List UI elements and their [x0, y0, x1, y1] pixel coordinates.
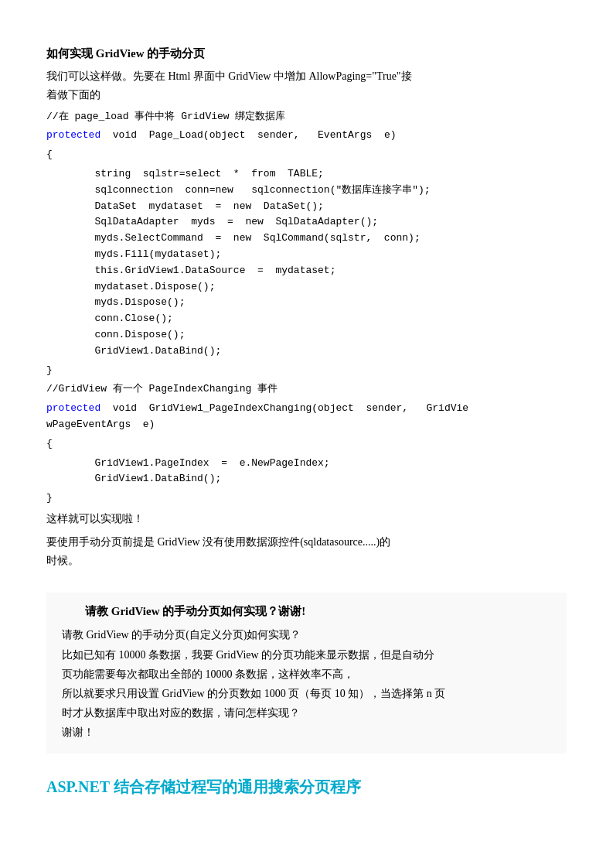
section1-outro1: 这样就可以实现啦！ [46, 510, 567, 528]
func1-signature: protected void Page_Load(object sender, … [46, 128, 567, 144]
brace-open1: { [46, 147, 567, 163]
keyword-protected: protected [46, 129, 100, 141]
asp-net-title: ASP.NET 结合存储过程写的通用搜索分页程序 [46, 777, 567, 798]
section-question: 请教 GridView 的手动分页如何实现？谢谢! 请教 GridView 的手… [46, 593, 567, 754]
func2-signature: protected void GridView1_PageIndexChangi… [46, 401, 567, 433]
code-block-2: GridView1.PageIndex = e.NewPageIndex; Gr… [46, 456, 567, 488]
section1-comment1: //在 page_load 事件中将 GridView 绑定数据库 [46, 109, 567, 125]
brace-close2: } [46, 490, 567, 507]
brace-close1: } [46, 363, 567, 379]
section-asp-title-section: ASP.NET 结合存储过程写的通用搜索分页程序 [46, 777, 567, 798]
section-gridview-manual-paging: 如何实现 GridView 的手动分页 我们可以这样做。先要在 Html 界面中… [46, 46, 567, 569]
brace-open2: { [46, 436, 567, 453]
section1-intro: 我们可以这样做。先要在 Html 界面中 GridView 中增加 AllowP… [46, 67, 567, 104]
section2-title: 请教 GridView 的手动分页如何实现？谢谢! [62, 604, 551, 619]
section1-title: 如何实现 GridView 的手动分页 [46, 46, 567, 61]
section2-body: 请教 GridView 的手动分页(自定义分页)如何实现？ 比如已知有 1000… [62, 625, 551, 742]
section1-comment2: //GridView 有一个 PageIndexChanging 事件 [46, 381, 567, 398]
section1-outro2: 要使用手动分页前提是 GridView 没有使用数据源控件(sqldatasou… [46, 533, 567, 570]
keyword-protected2: protected [46, 402, 100, 414]
code-block-1: string sqlstr=select * from TABLE; sqlco… [46, 166, 567, 360]
